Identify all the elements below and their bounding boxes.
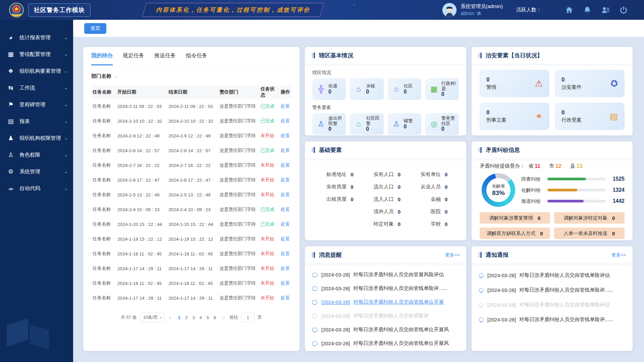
message-item[interactable]: [2024-03-28] 对每日涉矛盾纠纷人员交由管线单位开展风 — [312, 323, 459, 337]
status-badge: 已完成 — [261, 148, 274, 153]
stat-card[interactable]: 辅警 0 — [388, 113, 421, 135]
stat-card[interactable]: 0 治安案件 — [555, 70, 625, 97]
kv-row: 实有单位 0 — [409, 168, 456, 181]
avatar[interactable] — [442, 3, 457, 17]
bell-icon — [479, 273, 483, 277]
task-start-date: 2024-2-5 13 : 22 : 49 — [116, 187, 167, 202]
switch-user-icon[interactable] — [476, 11, 482, 15]
tab-home[interactable]: 首页 — [84, 23, 106, 34]
sidebar-item[interactable]: 自动代码 ⌄ — [0, 180, 73, 197]
more-link[interactable]: 更多>> — [445, 252, 460, 258]
dispute-tag-button[interactable]: 八单一表未及时推送 0 — [554, 228, 625, 239]
chevron-down-icon: ▾ — [160, 315, 162, 320]
sidebar-item[interactable]: 工作流 ⌄ — [0, 79, 73, 96]
task-department: 这是责任部门字段 — [218, 187, 259, 202]
stat-card[interactable]: 社区民警 0 — [350, 113, 383, 135]
stat-card[interactable]: 0 警情 — [480, 70, 549, 97]
handle-link[interactable]: 处置 — [281, 163, 290, 168]
home-icon[interactable] — [565, 6, 574, 14]
handle-link[interactable]: 处置 — [281, 118, 290, 123]
message-item[interactable]: [2024-03-28] 对每日涉矛盾纠纷人员交由管展风险评估 — [312, 268, 459, 282]
supervise-stat: 市 12 — [549, 163, 561, 169]
task-tab[interactable]: 规定任务 — [123, 47, 144, 65]
goto-page-input[interactable] — [241, 313, 254, 322]
page-number[interactable]: 5 — [204, 315, 211, 320]
handle-link[interactable]: 处置 — [281, 266, 290, 271]
next-page-button[interactable]: › — [222, 315, 226, 320]
message-item[interactable]: [2024-03-28] 对每日涉矛盾纠纷人员交由管线单险评...... — [312, 282, 459, 295]
handle-link[interactable]: 处置 — [281, 251, 290, 256]
handle-link[interactable]: 处置 — [281, 281, 290, 286]
stat-card[interactable]: 行政村/居 0 — [425, 78, 459, 100]
stat-card[interactable]: 警务责任区 0 — [425, 113, 459, 135]
username-link[interactable]: admin — [461, 10, 474, 17]
stat-card[interactable]: 街道 0 — [312, 78, 346, 100]
department-filter[interactable]: 部门名称 ⌄ — [91, 73, 291, 79]
dispute-tag-button[interactable]: 调解对象涉重复警情 0 — [480, 212, 550, 224]
page-number[interactable]: 2 — [183, 315, 190, 320]
kv-row: 金融 0 — [409, 193, 456, 205]
handle-link[interactable]: 处置 — [281, 236, 290, 241]
sidebar-item[interactable]: 组织机构权限管理 ⌄ — [0, 130, 73, 146]
stat-card[interactable]: 0 刑事立案 — [480, 103, 549, 130]
dispute-tag-button[interactable]: 调解对象涉特定对象 0 — [554, 212, 625, 224]
prev-page-button[interactable]: ‹ — [168, 315, 172, 320]
notice-item[interactable]: [2024-03-28] 对每日涉矛盾纠纷人员交由管线单险评估 — [479, 297, 625, 312]
sidebar-item[interactable]: 角色权限 ⌄ — [0, 146, 73, 163]
handle-link[interactable]: 处置 — [281, 133, 290, 138]
sidebar-item[interactable]: 警综配置管理 ⌄ — [0, 46, 73, 63]
sidebar-item[interactable]: 统计报表管理 ⌄ — [0, 29, 73, 46]
more-link[interactable]: 更多>> — [611, 252, 626, 258]
sidebar-item[interactable]: 组织机构要素管理 ⌄ — [0, 63, 73, 79]
dispute-tag-button[interactable]: 调解双方缺联系人方式 0 — [480, 228, 550, 239]
pie-chart-icon — [7, 34, 15, 41]
bar-row: 排查纠纷 1525 — [521, 176, 625, 182]
table-row: 任务名称 2024-1-17 14 : 29 : 11 2024-1-17 14… — [91, 291, 291, 305]
handle-link[interactable]: 处置 — [281, 192, 290, 197]
stat-card[interactable]: 乡镇 0 — [350, 78, 383, 100]
task-name: 任务名称 — [91, 114, 116, 128]
page-number[interactable]: 6 — [211, 315, 218, 320]
handle-link[interactable]: 处置 — [281, 207, 290, 212]
stat-card[interactable]: 派出所民警 0 — [312, 113, 346, 135]
handle-link[interactable]: 处置 — [281, 104, 290, 109]
task-start-date: 2024-2-8 14 : 22 : 57 — [116, 143, 167, 158]
power-icon[interactable] — [619, 6, 628, 14]
handle-link[interactable]: 处置 — [281, 177, 290, 182]
stat-card[interactable]: 0 行政受案 — [555, 103, 625, 130]
stat-card[interactable]: 社区 0 — [388, 78, 421, 100]
handle-link[interactable]: 处置 — [281, 148, 290, 153]
handle-link[interactable]: 处置 — [281, 295, 290, 300]
status-badge: 未开始 — [261, 295, 274, 300]
notice-item[interactable]: [2024-03-28] 对每日涉矛盾纠纷人员交由管线单险评估 — [479, 268, 625, 283]
page-size-select[interactable]: 10条/页 ▾ — [140, 313, 165, 322]
sidebar-item[interactable]: 系统管理 ⌄ — [0, 163, 73, 180]
task-tab[interactable]: 推送任务 — [154, 47, 176, 65]
task-end-date: 2024-2-4 10 : 09 : 23 — [167, 202, 218, 217]
page-number[interactable]: 4 — [197, 315, 204, 320]
page-number[interactable]: 1 — [176, 315, 183, 320]
supervise-stat: 省 11 — [528, 163, 540, 169]
bell-icon[interactable] — [583, 6, 592, 14]
task-end-date: 2024-1-17 14 : 29 : 11 — [167, 261, 218, 276]
table-header-row: 任务名称 开始日期 结束日期 责任部门 任务状态 操作 — [91, 85, 291, 99]
task-tab[interactable]: 指令任务 — [186, 47, 207, 65]
contacts-icon[interactable] — [601, 6, 610, 14]
message-item[interactable]: [2024-03-28] 对每日涉矛盾纠纷人员交由管线单位开展 — [312, 295, 459, 309]
notice-item[interactable]: [2024-03-28] 对每日涉矛盾纠纷人员交由管线单险评...... — [479, 312, 625, 327]
chevron-down-icon: ⌄ — [64, 36, 68, 40]
supervise-label: 矛盾纠纷提级督办： — [480, 163, 525, 169]
message-item[interactable]: [2024-03-28] 对每日涉矛盾纠纷人员交由管线单位开展风 — [312, 337, 459, 350]
role-permission-icon — [7, 151, 15, 159]
page-number[interactable]: 3 — [190, 315, 197, 320]
sidebar-item[interactable]: 里程碑管理 ⌄ — [0, 96, 73, 113]
handle-link[interactable]: 处置 — [281, 222, 290, 227]
task-department: 这是责任部门字段 — [218, 143, 259, 158]
task-name: 任务名称 — [91, 232, 116, 246]
sidebar-item[interactable]: 报表 ⌄ — [0, 113, 73, 130]
task-name: 任务名称 — [91, 128, 116, 143]
task-tab[interactable]: 我的待办 — [91, 47, 113, 65]
message-item[interactable]: [2024-03-28] 对每日涉矛盾纠纷人员交由管险评 — [312, 309, 459, 323]
task-end-date: 2024-1-20 15 : 22 : 44 — [167, 217, 218, 232]
notice-item[interactable]: [2024-03-28] 对每日涉矛盾纠纷人员交由管线单险评...... — [479, 283, 625, 297]
